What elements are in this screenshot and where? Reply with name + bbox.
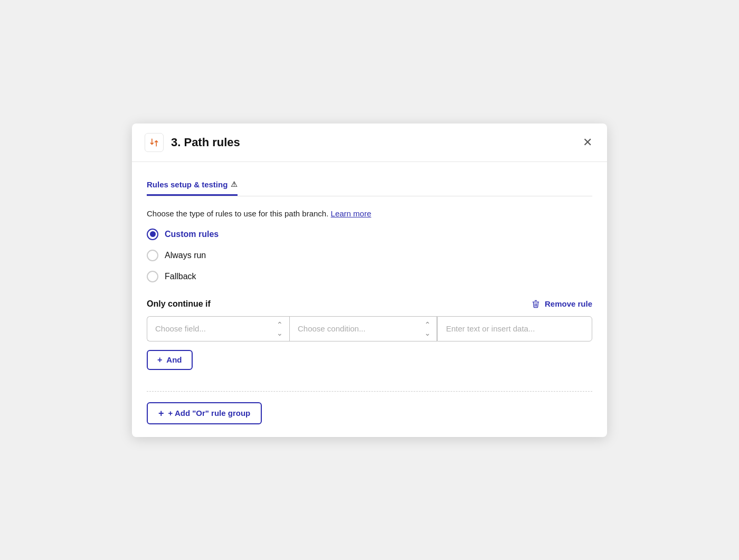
radio-option-fallback[interactable]: Fallback [147, 271, 592, 282]
radio-fallback-label: Fallback [165, 272, 196, 281]
modal-header: 3. Path rules ✕ [132, 124, 607, 162]
value-input-wrapper [437, 316, 592, 341]
radio-always-run-indicator [147, 250, 158, 261]
radio-always-run-label: Always run [165, 251, 206, 260]
tabs-container: Rules setup & testing ⚠ [147, 175, 592, 196]
radio-custom-rules-indicator [147, 229, 158, 240]
remove-rule-button[interactable]: Remove rule [531, 299, 592, 309]
continue-title: Only continue if [147, 299, 211, 309]
field-select[interactable] [147, 316, 289, 341]
modal-container: 3. Path rules ✕ Rules setup & testing ⚠ … [132, 124, 607, 437]
add-or-label: + Add "Or" rule group [168, 409, 251, 417]
add-or-rule-group-button[interactable]: + + Add "Or" rule group [147, 402, 262, 424]
radio-option-custom-rules[interactable]: Custom rules [147, 229, 592, 240]
sort-icon [149, 137, 159, 148]
continue-header: Only continue if Remove rule [147, 299, 592, 309]
dashed-divider [147, 391, 592, 392]
and-button[interactable]: + And [147, 350, 193, 370]
tab-rules-setup[interactable]: Rules setup & testing ⚠ [147, 175, 238, 196]
field-select-wrapper: ⌃⌄ Choose field... [147, 316, 289, 341]
radio-option-always-run[interactable]: Always run [147, 250, 592, 261]
radio-fallback-indicator [147, 271, 158, 282]
continue-section: Only continue if Remove rule [147, 299, 592, 341]
tab-label: Rules setup & testing [147, 180, 228, 189]
modal-body: Rules setup & testing ⚠ Choose the type … [132, 162, 607, 437]
add-or-plus-icon: + [158, 409, 164, 418]
radio-group: Custom rules Always run Fallback [147, 229, 592, 282]
modal-title: 3. Path rules [171, 136, 240, 149]
condition-select[interactable] [289, 316, 437, 341]
learn-more-link[interactable]: Learn more [331, 209, 372, 218]
radio-custom-rules-label: Custom rules [165, 230, 219, 239]
sort-icon-box [145, 133, 164, 152]
close-button[interactable]: ✕ [581, 135, 594, 150]
tab-warning-icon: ⚠ [231, 180, 238, 188]
value-input[interactable] [437, 316, 592, 341]
description-text: Choose the type of rules to use for this… [147, 209, 592, 218]
remove-rule-label: Remove rule [545, 299, 592, 308]
condition-select-wrapper: ⌃⌄ Choose condition... [289, 316, 437, 341]
rule-row: ⌃⌄ Choose field... ⌃⌄ Choose condition..… [147, 316, 592, 341]
header-left: 3. Path rules [145, 133, 240, 152]
and-label: And [166, 355, 182, 364]
svg-rect-1 [535, 300, 537, 300]
and-plus-icon: + [157, 355, 162, 365]
trash-icon [531, 299, 541, 309]
